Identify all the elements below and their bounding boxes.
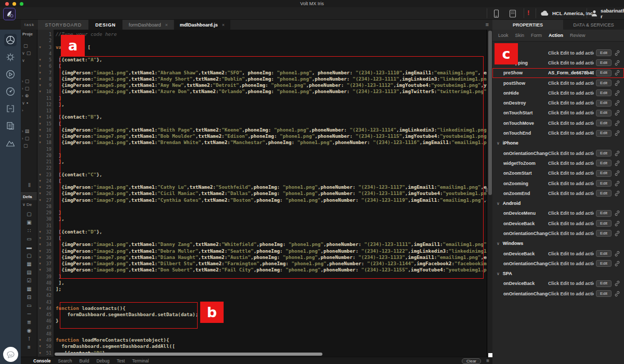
- close-icon[interactable]: ×: [165, 22, 168, 28]
- widget-icon[interactable]: ≣: [27, 319, 31, 327]
- link-chain-icon[interactable]: [614, 230, 621, 237]
- link-chain-icon[interactable]: [614, 160, 621, 166]
- edit-action-button[interactable]: Edit: [596, 160, 612, 166]
- fold-arrow-icon[interactable]: ▾: [37, 242, 43, 246]
- code-line[interactable]: [56, 37, 487, 44]
- widget-icon[interactable]: ▦: [27, 285, 31, 294]
- fold-arrow-icon[interactable]: ▾: [37, 140, 43, 145]
- fold-arrow-icon[interactable]: ▾: [37, 191, 43, 196]
- alert-icon[interactable]: !: [527, 9, 529, 17]
- fold-arrow-icon[interactable]: ▾: [37, 198, 43, 202]
- fold-arrow-icon[interactable]: ▾: [37, 351, 43, 355]
- code-line[interactable]: ];: [56, 286, 487, 292]
- edit-action-button[interactable]: Edit: [596, 190, 612, 197]
- link-chain-icon[interactable]: [614, 50, 621, 56]
- code-line[interactable]: [{contact:"A"},: [56, 57, 487, 63]
- code-line[interactable]: [56, 165, 487, 171]
- code-line[interactable]: {imgPerson:"image1.png",txtName1:"Abraha…: [56, 70, 487, 76]
- code-line[interactable]: ]: [56, 95, 487, 101]
- code-line[interactable]: formDashboard.segmentDashboard.setData(d…: [56, 311, 487, 318]
- action-section-android[interactable]: ∨Android: [492, 198, 624, 208]
- edit-action-button[interactable]: Edit: [596, 59, 612, 66]
- link-chain-icon[interactable]: [614, 251, 621, 257]
- tree-item[interactable]: ›: [22, 107, 37, 114]
- fold-arrow-icon[interactable]: ▾: [37, 134, 43, 138]
- subtab-review[interactable]: Review: [570, 33, 586, 38]
- fold-arrow-icon[interactable]: ▾: [37, 58, 43, 62]
- link-chain-icon[interactable]: [614, 291, 621, 297]
- fold-arrow-icon[interactable]: ▾: [37, 89, 43, 94]
- link-chain-icon[interactable]: [614, 60, 621, 66]
- console-menu-icon[interactable]: ≡: [486, 358, 489, 363]
- tree-item[interactable]: ▢: [22, 142, 37, 149]
- code-line[interactable]: [{contact:"D"},: [56, 229, 487, 235]
- code-line[interactable]: {imgPerson:"image3.png",txtName1:"Andy S…: [56, 76, 487, 82]
- code-line[interactable]: var data = [: [56, 44, 487, 50]
- edit-action-button[interactable]: Edit: [596, 250, 612, 257]
- edit-action-button[interactable]: Edit: [596, 120, 612, 126]
- file-tab-formdashboard[interactable]: formDashboard×: [122, 20, 173, 30]
- tree-item[interactable]: ∨▢: [22, 49, 37, 57]
- tree-item[interactable]: ›▢: [22, 85, 37, 92]
- code-line[interactable]: [{contact:"C"},: [56, 172, 487, 178]
- code-line[interactable]: [56, 331, 487, 337]
- code-line[interactable]: [56, 108, 487, 114]
- link-chain-icon[interactable]: [614, 80, 621, 86]
- code-line[interactable]: [56, 146, 487, 152]
- fold-arrow-icon[interactable]: ▾: [37, 344, 43, 348]
- tab-overflow-menu-icon[interactable]: ≡: [486, 21, 489, 28]
- code-editor[interactable]: 12▾34▾5▾6▾7▾8▾9▾10111213▾14▾15▾16▾17▾181…: [37, 30, 487, 357]
- console-tab-search[interactable]: Search: [58, 358, 72, 363]
- code-line[interactable]: ],: [56, 216, 487, 222]
- link-chain-icon[interactable]: [614, 210, 621, 216]
- fold-arrow-icon[interactable]: ▾: [37, 306, 43, 310]
- mode-tab-task[interactable]: task: [21, 20, 38, 30]
- publish-mountain-icon[interactable]: [4, 137, 17, 149]
- code-line[interactable]: [56, 203, 487, 210]
- edit-action-button[interactable]: Edit: [596, 220, 612, 227]
- tree-item[interactable]: ›▢: [22, 77, 37, 85]
- file-tab-mdldashboard-js[interactable]: mdlDashboard.js×: [174, 20, 230, 30]
- fold-arrow-icon[interactable]: ▾: [37, 262, 43, 266]
- widget-icon[interactable]: ∷: [28, 227, 31, 236]
- widget-icon[interactable]: ≡: [28, 344, 31, 352]
- fold-arrow-icon[interactable]: ▾: [37, 179, 43, 183]
- code-line[interactable]: {imgPerson:"image1.png",txtName1:"Brenda…: [56, 139, 487, 146]
- code-line[interactable]: {imgPerson:"image9.png",txtName1:"Dilber…: [56, 261, 487, 267]
- link-chain-icon[interactable]: [614, 280, 621, 287]
- close-icon[interactable]: ×: [222, 22, 225, 28]
- fold-arrow-icon[interactable]: ▾: [37, 173, 43, 177]
- code-line[interactable]: [: [56, 178, 487, 184]
- widget-icon[interactable]: ◉: [27, 327, 32, 335]
- edit-action-button[interactable]: Edit: [596, 290, 612, 297]
- widget-icon[interactable]: ▭: [27, 236, 31, 244]
- code-line[interactable]: ],: [56, 280, 487, 286]
- widget-icon[interactable]: ☑: [27, 277, 32, 285]
- edit-action-button[interactable]: Edit: [596, 210, 612, 217]
- code-line[interactable]: //Type your code here: [56, 31, 487, 37]
- console-tab-test[interactable]: Test: [116, 358, 125, 363]
- edit-action-button[interactable]: Edit: [596, 280, 612, 287]
- workspace-split-icon[interactable]: [4, 102, 17, 115]
- link-chain-icon[interactable]: [614, 70, 621, 76]
- fold-arrow-icon[interactable]: ▾: [37, 71, 43, 75]
- code-line[interactable]: [56, 292, 487, 298]
- clear-console-button[interactable]: Clear: [462, 358, 481, 364]
- code-line[interactable]: ]: [56, 274, 487, 280]
- edit-action-button[interactable]: Edit: [596, 260, 612, 267]
- design-canvas-icon[interactable]: [4, 34, 17, 46]
- action-section-spa[interactable]: ∨SPA: [492, 269, 624, 279]
- subtab-form[interactable]: Form: [531, 33, 542, 38]
- tree-item[interactable]: ›▤: [22, 127, 37, 135]
- fold-arrow-icon[interactable]: ▾: [37, 268, 43, 272]
- widget-icon[interactable]: ⊟: [27, 294, 31, 302]
- panel-resize-grip[interactable]: ⣿: [28, 183, 31, 187]
- widget-icon[interactable]: ▬: [27, 244, 32, 252]
- code-line[interactable]: {imgPerson:"image2.png",txtName1:"Azure …: [56, 88, 487, 95]
- default-library-sub[interactable]: ∨ De: [22, 202, 32, 207]
- link-chain-icon[interactable]: [614, 130, 621, 136]
- code-line[interactable]: [{contact:"B"},: [56, 114, 487, 120]
- edit-action-button[interactable]: Edit: [596, 130, 612, 137]
- chat-help-bubble[interactable]: [3, 347, 18, 362]
- code-line[interactable]: {imgPerson:"image7.png",txtName1:"Cynthi…: [56, 197, 487, 203]
